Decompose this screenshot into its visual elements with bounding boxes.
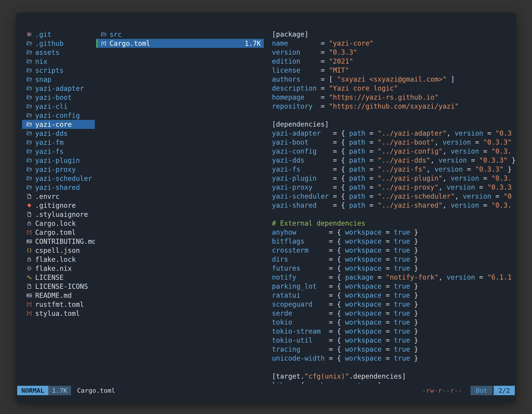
folder-icon [25,157,33,164]
file-name: cspell.json [35,247,80,254]
preview-line: yazi-boot = { path = "../yazi-boot", ver… [272,138,516,147]
file-row[interactable]: .gitignore [22,201,95,210]
dir-row[interactable]: yazi-fs [22,147,95,156]
preview-line: tokio-stream = { workspace = true } [272,327,516,336]
preview-line: unicode-width = { workspace = true } [272,354,516,363]
file-name: yazi-fm [35,138,64,146]
file-name: stylua.toml [35,309,80,318]
dir-row[interactable]: yazi-config [22,111,95,120]
folder-icon [100,31,108,38]
folder-icon [25,130,33,136]
dir-row[interactable]: yazi-dds [22,129,95,138]
status-right: -rw-r--r-- Bot 2/2 [422,386,515,395]
file-icon [25,283,33,289]
lock-icon [25,256,33,262]
preview-line: description = "Yazi core logic" [272,84,516,93]
file-name: yazi-cli [35,103,68,110]
preview-line: yazi-proxy = { path = "../yazi-proxy", v… [272,183,516,192]
file-name: .styluaignore [35,211,88,219]
dir-row[interactable]: .github [22,39,95,48]
preview-line: [package] [272,30,516,39]
folder-icon [25,58,33,64]
preview-line: yazi-plugin = { path = "../yazi-plugin",… [272,174,516,183]
dir-row[interactable]: yazi-shared [22,183,95,192]
file-name: assets [35,48,59,57]
file-name: yazi-scheduler [35,174,92,183]
file-size: 1.7K [245,39,264,48]
preview-line: libc = { workspace = true } [272,381,516,384]
preview-line: serde = { workspace = true } [272,309,516,318]
dir-row[interactable]: nix [22,57,95,66]
file-name: yazi-plugin [35,156,80,164]
file-row[interactable]: .envrc [22,192,95,201]
file-row[interactable]: cspell.json [22,246,95,255]
file-row[interactable]: CONTRIBUTING.md [22,237,95,246]
folder-icon [25,40,33,47]
preview-pane[interactable]: [package]name = "yazi-core"version = "0.… [272,30,516,384]
dir-row[interactable]: yazi-plugin [22,156,95,165]
file-row[interactable]: flake.nix [22,264,95,273]
dir-row[interactable]: yazi-adapter [22,84,95,93]
file-name: Cargo.toml [110,39,150,48]
file-name: Cargo.toml [35,229,76,236]
file-row[interactable]: README.md [22,291,95,300]
scroll-position-badge: 2/2 [494,386,515,395]
dir-row[interactable]: yazi-fm [22,138,95,147]
dir-row[interactable]: .git [22,30,95,39]
parent-pane[interactable]: .git.githubassetsnixscriptssnapyazi-adap… [22,30,95,384]
dir-row[interactable]: yazi-cli [22,102,95,111]
dir-row[interactable]: yazi-scheduler [22,174,95,183]
preview-line: tokio = { workspace = true } [272,318,516,327]
file-row[interactable]: stylua.toml [22,309,95,318]
dir-row[interactable]: assets [22,48,95,57]
preview-line: crossterm = { workspace = true } [272,246,516,255]
hover-marker [96,39,98,48]
file-row[interactable]: LICENSE [22,273,95,282]
toml-icon [25,229,33,235]
dir-row[interactable]: yazi-proxy [22,165,95,174]
file-name: .envrc [35,193,59,201]
preview-line: authors = [ "sxyazi <sxyazi@gmail.com>" … [272,75,516,84]
current-pane[interactable]: srcCargo.toml1.7K [96,30,264,384]
dir-row[interactable]: scripts [22,66,95,75]
file-name: yazi-shared [35,183,80,192]
file-name: LICENSE-ICONS [35,282,88,290]
dir-row[interactable]: yazi-boot [22,93,95,102]
folder-icon [25,166,33,173]
dir-row[interactable]: src [96,30,264,39]
file-name: yazi-config [35,111,80,119]
preview-line: homepage = "https://yazi-rs.github.io" [272,93,516,102]
preview-line: yazi-adapter = { path = "../yazi-adapter… [272,129,516,138]
file-row[interactable]: Cargo.toml1.7K [96,39,264,48]
file-row[interactable]: Cargo.lock [22,219,95,228]
preview-line [272,111,516,120]
preview-line: yazi-fs = { path = "../yazi-fs", version… [272,165,516,174]
folder-icon [25,148,33,154]
preview-line: edition = "2021" [272,57,516,66]
preview-line [272,363,516,372]
file-row[interactable]: LICENSE-ICONS [22,282,95,291]
status-bar: NORMAL 1.7K Cargo.toml -rw-r--r-- Bot 2/… [17,385,515,395]
dir-row[interactable]: yazi-core [22,120,95,129]
file-icon [25,193,33,199]
file-row[interactable]: .styluaignore [22,210,95,219]
file-name: Cargo.lock [35,220,76,227]
file-name: src [110,30,122,39]
dir-row[interactable]: snap [22,75,95,84]
markdown-icon [25,292,33,298]
preview-line: repository = "https://github.com/sxyazi/… [272,102,516,111]
folder-icon [25,85,33,91]
folder-icon [25,184,33,191]
file-row[interactable]: rustfmt.toml [22,300,95,309]
file-row[interactable]: Cargo.toml [22,228,95,237]
file-row[interactable]: flake.lock [22,255,95,264]
braces-icon [25,247,33,253]
file-name: CONTRIBUTING.md [35,238,95,245]
folder-icon [25,103,33,109]
file-name: yazi-fs [35,147,64,155]
file-name: nix [35,58,48,66]
toml-icon [100,40,108,47]
preview-line: yazi-dds = { path = "../yazi-dds", versi… [272,156,516,165]
file-name: yazi-boot [35,94,72,101]
file-manager-panes: .git.githubassetsnixscriptssnapyazi-adap… [16,30,516,384]
